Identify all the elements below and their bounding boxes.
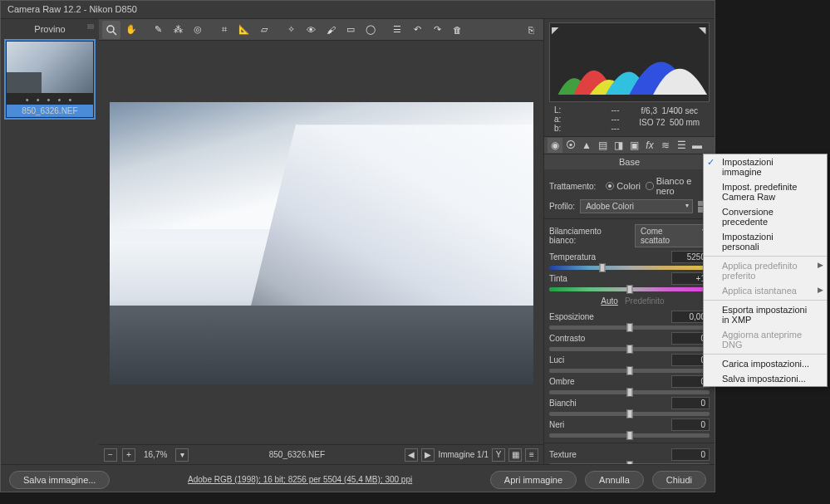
footer: Salva immagine... Adobe RGB (1998); 16 b… <box>1 464 715 494</box>
focal-value: 500 mm <box>670 118 700 127</box>
whites-value[interactable]: 0 <box>671 397 710 409</box>
aperture-value: f/6,3 <box>641 106 657 115</box>
contrast-slider[interactable]: Contrasto 0 <box>549 332 710 351</box>
open-object-icon[interactable]: ⎘ <box>522 21 540 39</box>
adjustments-panel: ◤ ◥ L:--- a:--- b:--- f/6,3 <box>543 19 715 464</box>
menu-item[interactable]: Salva impostazioni... <box>704 371 827 386</box>
iso-value: ISO 72 <box>639 118 665 127</box>
curve-tab-icon[interactable]: ⦿ <box>563 138 578 153</box>
transform-tool-icon[interactable]: ▱ <box>255 21 273 39</box>
next-image-icon[interactable]: ▶ <box>421 448 435 462</box>
zoom-out-icon[interactable]: − <box>104 448 117 462</box>
basic-tab-icon[interactable]: ◉ <box>548 138 562 153</box>
panel-header: Base <box>544 154 715 169</box>
rating-dots[interactable]: • • • • • <box>7 95 93 105</box>
zoom-dropdown-icon[interactable]: ▾ <box>175 448 189 462</box>
pager-label: Immagine 1/1 <box>438 450 489 459</box>
zoom-in-icon[interactable]: + <box>122 448 135 462</box>
menu-item[interactable]: Impostazioni personali <box>704 229 827 254</box>
highlights-slider[interactable]: Luci 0 <box>549 354 710 373</box>
default-link[interactable]: Predefinito <box>625 296 665 306</box>
panel-header-label: Base <box>619 157 640 167</box>
svg-line-1 <box>113 32 116 35</box>
image-preview <box>110 102 533 384</box>
panel-menu-icon[interactable] <box>87 24 94 29</box>
calibration-tab-icon[interactable]: ≋ <box>658 138 673 153</box>
workflow-link[interactable]: Adobe RGB (1998); 16 bit; 8256 per 5504 … <box>118 475 481 484</box>
view-options-icon[interactable]: ≡ <box>525 448 538 462</box>
lab-a-value: --- <box>611 115 620 124</box>
crop-tool-icon[interactable]: ⌗ <box>215 21 233 39</box>
split-tab-icon[interactable]: ◨ <box>611 138 626 153</box>
view-mode-icon[interactable]: ▦ <box>508 448 522 462</box>
white-balance-select[interactable]: Come scattato <box>635 224 710 247</box>
white-balance-tool-icon[interactable]: ✎ <box>149 21 167 39</box>
lab-a-label: a: <box>554 115 561 124</box>
zoom-tool-icon[interactable] <box>102 21 120 39</box>
menu-item[interactable]: Carica impostazioni... <box>704 356 827 371</box>
whites-slider[interactable]: Bianchi 0 <box>549 397 710 416</box>
redeye-tool-icon[interactable]: 👁 <box>302 21 320 39</box>
svg-point-0 <box>107 26 114 32</box>
panel-tabs: ◉ ⦿ ▲ ▤ ◨ ▣ fx ≋ ☰ ▬ <box>544 136 715 154</box>
list-icon[interactable]: ☰ <box>388 21 406 39</box>
tint-label: Tinta <box>549 274 567 283</box>
treatment-bw-radio[interactable]: Bianco e nero <box>646 176 710 196</box>
lens-tab-icon[interactable]: ▣ <box>626 138 641 153</box>
tint-slider[interactable]: Tinta +1 <box>549 272 710 291</box>
lab-b-label: b: <box>554 124 561 133</box>
shadows-slider[interactable]: Ombre 0 <box>549 375 710 394</box>
target-adjust-tool-icon[interactable]: ◎ <box>189 21 207 39</box>
open-image-button[interactable]: Apri immagine <box>490 471 577 489</box>
close-button[interactable]: Chiudi <box>652 471 706 489</box>
menu-item[interactable]: Impost. predefinite Camera Raw <box>704 179 827 204</box>
thumbnail-image <box>7 42 93 93</box>
straighten-tool-icon[interactable]: 📐 <box>235 21 253 39</box>
presets-tab-icon[interactable]: ☰ <box>674 138 689 153</box>
snapshots-tab-icon[interactable]: ▬ <box>690 138 705 153</box>
blacks-slider[interactable]: Neri 0 <box>549 418 710 438</box>
fx-tab-icon[interactable]: fx <box>642 138 657 153</box>
graduated-filter-tool-icon[interactable]: ▭ <box>341 21 360 39</box>
exposure-label: Esposizione <box>549 312 594 321</box>
texture-value[interactable]: 0 <box>671 448 710 461</box>
status-filename: 850_6326.NEF <box>194 450 400 459</box>
detail-tab-icon[interactable]: ▲ <box>579 138 594 153</box>
save-image-button[interactable]: Salva immagine... <box>9 471 110 489</box>
rotate-cw-icon[interactable]: ↷ <box>428 21 446 39</box>
menu-item: Aggiorna anteprime DNG <box>704 327 827 352</box>
center-area: ✋ ✎ ⁂ ◎ ⌗ 📐 ▱ ✧ 👁 🖌 ▭ ◯ ☰ ↶ ↷ 🗑 <box>99 19 543 464</box>
color-sampler-tool-icon[interactable]: ⁂ <box>169 21 187 39</box>
contrast-label: Contrasto <box>549 334 585 343</box>
menu-item: Applica predefinito preferito▶ <box>704 258 827 283</box>
menu-item[interactable]: Conversione precedente <box>704 204 827 229</box>
profile-select[interactable]: Adobe Colori <box>580 199 693 213</box>
texture-slider[interactable]: Texture 0 <box>549 448 710 464</box>
blacks-label: Neri <box>549 420 564 429</box>
highlights-label: Luci <box>549 355 564 365</box>
radial-filter-tool-icon[interactable]: ◯ <box>361 21 380 39</box>
rotate-ccw-icon[interactable]: ↶ <box>408 21 426 39</box>
blacks-value[interactable]: 0 <box>671 418 710 431</box>
temp-slider[interactable]: Temperatura 5250 <box>549 251 710 270</box>
histogram[interactable]: ◤ ◥ <box>549 22 710 102</box>
prev-image-icon[interactable]: ◀ <box>405 448 418 462</box>
treatment-color-radio[interactable]: Colori <box>606 181 641 191</box>
thumbnail[interactable]: • • • • • 850_6326.NEF <box>4 39 96 120</box>
menu-item[interactable]: ✓Impostazioni immagine <box>704 154 827 179</box>
hsl-tab-icon[interactable]: ▤ <box>595 138 610 153</box>
preview-canvas[interactable] <box>99 41 543 444</box>
exposure-slider[interactable]: Esposizione 0,00 <box>549 311 710 330</box>
compare-icon[interactable]: Y <box>492 448 505 462</box>
shadows-label: Ombre <box>549 377 575 386</box>
hand-tool-icon[interactable]: ✋ <box>122 21 140 39</box>
spot-removal-tool-icon[interactable]: ✧ <box>282 21 300 39</box>
shutter-value: 1/400 sec <box>662 106 698 115</box>
trash-icon[interactable]: 🗑 <box>448 21 466 39</box>
main-content: Provino • • • • • 850_6326.NEF ✋ ✎ ⁂ ◎ ⌗… <box>1 19 715 464</box>
lab-L-value: --- <box>611 105 620 115</box>
brush-tool-icon[interactable]: 🖌 <box>322 21 340 39</box>
auto-link[interactable]: Auto <box>601 296 618 306</box>
cancel-button[interactable]: Annulla <box>585 471 644 489</box>
menu-item[interactable]: Esporta impostazioni in XMP <box>704 302 827 327</box>
